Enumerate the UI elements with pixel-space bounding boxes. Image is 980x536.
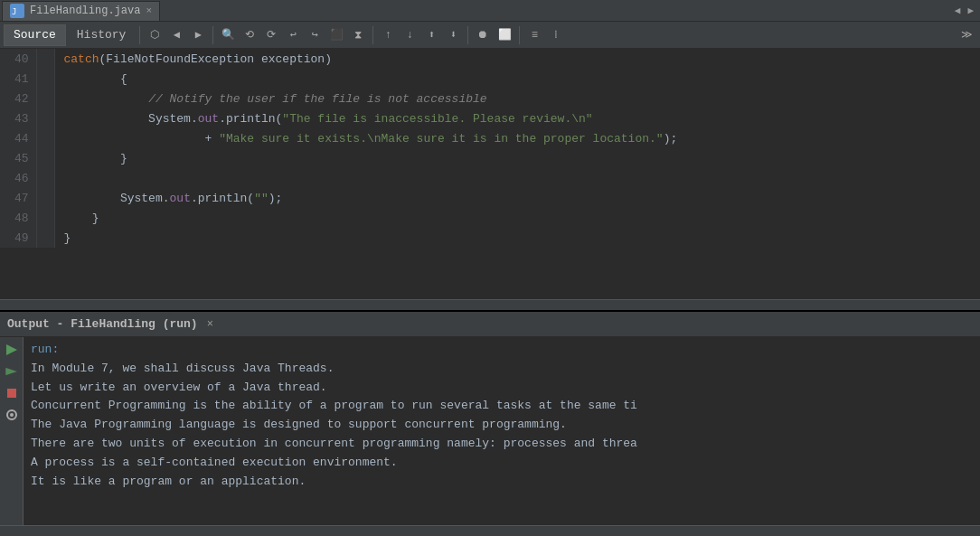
svg-marker-4 [5, 368, 16, 375]
line-gutter [36, 128, 54, 148]
table-row: 42 // Notify the user if the file is not… [0, 89, 980, 108]
run-btn[interactable] [3, 341, 21, 359]
separator-4 [467, 26, 468, 44]
line-content: // Notify the user if the file is not ac… [54, 89, 980, 108]
line-number: 47 [0, 188, 36, 208]
play-icon [5, 343, 19, 357]
table-row: 40 catch(FileNotFoundException exception… [0, 49, 980, 69]
gear-icon [5, 408, 19, 422]
svg-point-7 [10, 413, 14, 417]
line-number: 44 [0, 128, 36, 148]
toolbar-btn-18[interactable]: ⁞ [546, 25, 566, 45]
line-content: } [54, 148, 980, 168]
line-number: 46 [0, 168, 36, 188]
editor-area: 40 catch(FileNotFoundException exception… [0, 49, 980, 310]
line-content: + "Make sure it exists.\nMake sure it is… [54, 128, 980, 148]
file-tab-close[interactable]: × [146, 5, 152, 16]
toolbar-btn-4[interactable]: 🔍 [218, 25, 238, 45]
line-gutter [36, 69, 54, 89]
code-scroll[interactable]: 40 catch(FileNotFoundException exception… [0, 49, 980, 299]
table-row: 45 } [0, 148, 980, 168]
output-line: run: [31, 341, 973, 360]
table-row: 41 { [0, 69, 980, 89]
line-content: System.out.println(""); [54, 188, 980, 208]
line-content [54, 168, 980, 188]
output-close-btn[interactable]: × [207, 318, 213, 331]
line-number: 48 [0, 208, 36, 228]
output-line: There are two units of execution in conc… [31, 435, 973, 454]
file-tab-label: FileHandling.java [30, 5, 140, 17]
toolbar-btn-3[interactable]: ▶ [188, 25, 208, 45]
output-line: In Module 7, we shall discuss Java Threa… [31, 360, 973, 379]
separator-2 [212, 26, 213, 44]
file-tab[interactable]: J FileHandling.java × [2, 1, 160, 21]
line-gutter [36, 148, 54, 168]
output-hscrollbar[interactable] [0, 525, 980, 536]
output-sidebar [0, 337, 24, 525]
svg-marker-2 [6, 344, 17, 355]
line-gutter [36, 49, 54, 69]
output-line: Concurrent Programming is the ability of… [31, 397, 973, 416]
toolbar-btn-13[interactable]: ⬆ [421, 25, 441, 45]
output-line: It is like a program or an application. [31, 473, 973, 492]
tab-history[interactable]: History [68, 24, 136, 46]
toolbar-btn-11[interactable]: ↑ [378, 25, 398, 45]
line-gutter [36, 168, 54, 188]
svg-text:J: J [12, 7, 16, 16]
output-panel: Output - FileHandling (run) × [0, 310, 980, 536]
line-content: { [54, 69, 980, 89]
java-file-icon: J [10, 4, 24, 18]
line-content: } [54, 228, 980, 248]
output-line: Let us write an overview of a Java threa… [31, 379, 973, 398]
line-gutter [36, 188, 54, 208]
line-number: 49 [0, 228, 36, 248]
line-number: 45 [0, 148, 36, 168]
output-content[interactable]: run:In Module 7, we shall discuss Java T… [24, 337, 980, 525]
rerun-btn[interactable] [3, 362, 21, 381]
tab-source[interactable]: Source [4, 24, 66, 46]
line-number: 42 [0, 89, 36, 108]
line-content: System.out.println("The file is inaccess… [54, 108, 980, 128]
separator-3 [372, 26, 373, 44]
nav-left-icon[interactable]: ◀ [952, 3, 964, 18]
separator-1 [139, 26, 140, 44]
nav-right-icon[interactable]: ▶ [965, 3, 976, 18]
toolbar-overflow[interactable]: ≫ [956, 25, 976, 45]
nav-arrows: ◀ ▶ [952, 3, 980, 18]
line-gutter [36, 228, 54, 248]
toolbar-btn-10[interactable]: ⧗ [348, 25, 368, 45]
line-content: } [54, 208, 980, 228]
table-row: 48 } [0, 208, 980, 228]
toolbar-btn-16[interactable]: ⬜ [495, 25, 514, 45]
output-body: run:In Module 7, we shall discuss Java T… [0, 337, 980, 525]
toolbar-btn-14[interactable]: ⬇ [443, 25, 463, 45]
output-line: A process is a self-contained execution … [31, 454, 973, 473]
line-number: 41 [0, 69, 36, 89]
toolbar-btn-6[interactable]: ⟳ [261, 25, 281, 45]
table-row: 49 } [0, 228, 980, 248]
toolbar-btn-15[interactable]: ⏺ [473, 25, 493, 45]
settings-btn[interactable] [3, 406, 21, 424]
line-content: catch(FileNotFoundException exception) [54, 49, 980, 69]
toolbar-btn-5[interactable]: ⟲ [240, 25, 259, 45]
output-title: Output - FileHandling (run) [7, 317, 198, 331]
output-header: Output - FileHandling (run) × [0, 312, 980, 337]
toolbar-btn-17[interactable]: ≡ [524, 25, 544, 45]
line-number: 43 [0, 108, 36, 128]
toolbar-btn-7[interactable]: ↩ [283, 25, 303, 45]
separator-5 [519, 26, 520, 44]
output-line: The Java Programming language is designe… [31, 416, 973, 435]
toolbar-btn-1[interactable]: ⬡ [145, 25, 165, 45]
line-gutter [36, 108, 54, 128]
toolbar-btn-12[interactable]: ↓ [400, 25, 419, 45]
tab-bar: J FileHandling.java × ◀ ▶ [0, 0, 980, 22]
toolbar-btn-9[interactable]: ⬛ [326, 25, 346, 45]
rerun-icon [5, 364, 19, 379]
toolbar-btn-8[interactable]: ↪ [305, 25, 325, 45]
table-row: 44 + "Make sure it exists.\nMake sure it… [0, 128, 980, 148]
table-row: 43 System.out.println("The file is inacc… [0, 108, 980, 128]
stop-btn[interactable] [3, 384, 21, 402]
svg-rect-5 [7, 389, 16, 398]
toolbar-btn-2[interactable]: ◀ [166, 25, 186, 45]
editor-hscrollbar[interactable] [0, 299, 980, 310]
